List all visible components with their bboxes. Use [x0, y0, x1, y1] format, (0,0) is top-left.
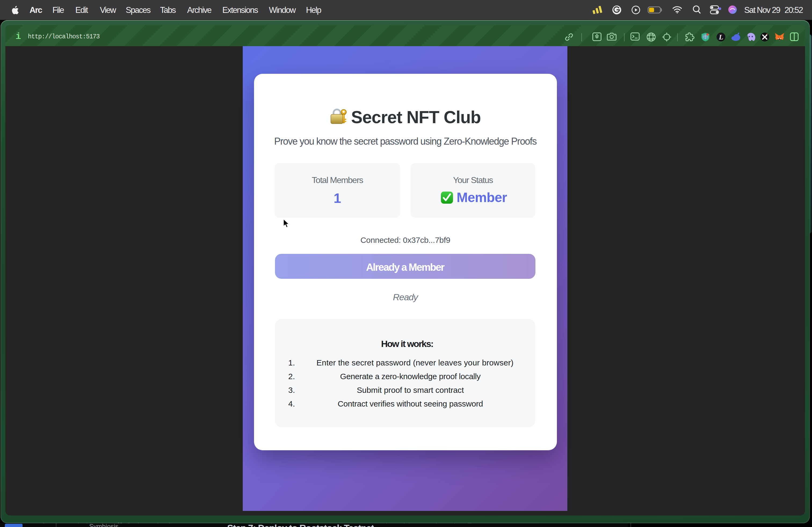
svg-text:L: L	[719, 33, 723, 41]
